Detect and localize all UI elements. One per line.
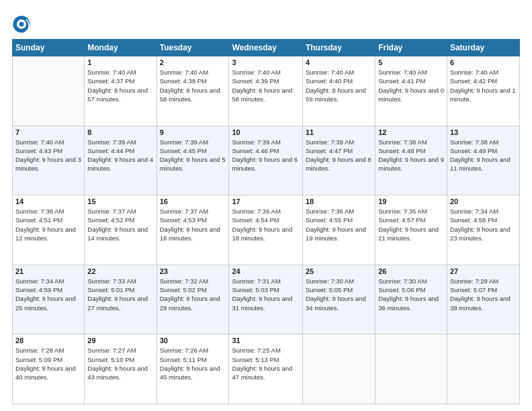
day-cell: 21Sunrise: 7:34 AMSunset: 4:59 PMDayligh… [13,265,85,334]
day-number: 15 [87,197,153,205]
day-number: 18 [306,197,372,205]
day-number: 20 [450,197,517,205]
day-number: 3 [232,58,299,66]
header [12,12,520,34]
day-info: Sunrise: 7:40 AMSunset: 4:38 PMDaylight:… [160,68,226,103]
day-number: 9 [160,128,226,136]
weekday-header-monday: Monday [85,40,157,56]
day-number: 29 [87,336,153,345]
weekday-header-wednesday: Wednesday [229,40,302,56]
day-info: Sunrise: 7:36 AMSunset: 4:55 PMDaylight:… [306,207,372,242]
day-number: 31 [232,336,299,345]
day-info: Sunrise: 7:39 AMSunset: 4:45 PMDaylight:… [160,138,226,173]
day-number: 4 [306,58,372,66]
day-info: Sunrise: 7:26 AMSunset: 5:11 PMDaylight:… [160,346,226,381]
day-number: 19 [378,197,444,205]
day-cell: 20Sunrise: 7:34 AMSunset: 4:58 PMDayligh… [447,195,519,265]
day-info: Sunrise: 7:31 AMSunset: 5:03 PMDaylight:… [232,277,299,312]
day-number: 24 [232,267,299,275]
day-cell: 6Sunrise: 7:40 AMSunset: 4:42 PMDaylight… [447,56,519,126]
day-cell: 25Sunrise: 7:30 AMSunset: 5:05 PMDayligh… [302,265,375,334]
svg-point-2 [19,22,24,27]
day-cell: 7Sunrise: 7:40 AMSunset: 4:43 PMDaylight… [13,126,85,195]
day-number: 2 [160,58,226,66]
page: SundayMondayTuesdayWednesdayThursdayFrid… [0,0,532,411]
day-cell: 15Sunrise: 7:37 AMSunset: 4:52 PMDayligh… [85,195,157,265]
day-info: Sunrise: 7:40 AMSunset: 4:42 PMDaylight:… [450,68,517,103]
day-number: 30 [160,336,226,345]
calendar-table: SundayMondayTuesdayWednesdayThursdayFrid… [12,39,520,404]
day-number: 25 [306,267,372,275]
day-cell: 23Sunrise: 7:32 AMSunset: 5:02 PMDayligh… [157,265,229,334]
day-info: Sunrise: 7:37 AMSunset: 4:53 PMDaylight:… [160,207,226,242]
day-cell: 14Sunrise: 7:38 AMSunset: 4:51 PMDayligh… [13,195,85,265]
day-cell: 4Sunrise: 7:40 AMSunset: 4:40 PMDaylight… [302,56,375,126]
day-info: Sunrise: 7:38 AMSunset: 4:51 PMDaylight:… [15,207,81,242]
day-cell: 29Sunrise: 7:27 AMSunset: 5:10 PMDayligh… [85,334,157,404]
day-cell [13,56,85,126]
day-number: 8 [87,128,153,136]
weekday-header-row: SundayMondayTuesdayWednesdayThursdayFrid… [13,40,520,56]
day-info: Sunrise: 7:40 AMSunset: 4:43 PMDaylight:… [15,138,81,173]
day-cell: 19Sunrise: 7:35 AMSunset: 4:57 PMDayligh… [375,195,447,265]
day-info: Sunrise: 7:27 AMSunset: 5:10 PMDaylight:… [87,346,153,381]
day-number: 27 [450,267,517,275]
day-cell: 30Sunrise: 7:26 AMSunset: 5:11 PMDayligh… [157,334,229,404]
day-cell: 5Sunrise: 7:40 AMSunset: 4:41 PMDaylight… [375,56,447,126]
day-number: 22 [87,267,153,275]
day-number: 10 [232,128,299,136]
day-cell: 31Sunrise: 7:25 AMSunset: 5:13 PMDayligh… [229,334,302,404]
day-info: Sunrise: 7:39 AMSunset: 4:46 PMDaylight:… [232,138,299,173]
weekday-header-friday: Friday [375,40,447,56]
day-cell: 16Sunrise: 7:37 AMSunset: 4:53 PMDayligh… [157,195,229,265]
day-info: Sunrise: 7:34 AMSunset: 4:58 PMDaylight:… [450,207,517,242]
day-number: 1 [87,58,153,66]
day-info: Sunrise: 7:40 AMSunset: 4:41 PMDaylight:… [378,68,444,103]
day-cell: 17Sunrise: 7:36 AMSunset: 4:54 PMDayligh… [229,195,302,265]
day-number: 14 [15,197,81,205]
day-number: 5 [378,58,444,66]
day-number: 28 [15,336,81,345]
day-cell: 2Sunrise: 7:40 AMSunset: 4:38 PMDaylight… [157,56,229,126]
weekday-header-thursday: Thursday [302,40,375,56]
day-cell [375,334,447,404]
day-cell: 3Sunrise: 7:40 AMSunset: 4:39 PMDaylight… [229,56,302,126]
day-number: 13 [450,128,517,136]
logo [12,15,34,34]
day-cell: 22Sunrise: 7:33 AMSunset: 5:01 PMDayligh… [85,265,157,334]
week-row-4: 21Sunrise: 7:34 AMSunset: 4:59 PMDayligh… [13,265,520,334]
day-info: Sunrise: 7:29 AMSunset: 5:07 PMDaylight:… [450,277,517,312]
day-info: Sunrise: 7:36 AMSunset: 4:54 PMDaylight:… [232,207,299,242]
day-number: 16 [160,197,226,205]
day-cell: 27Sunrise: 7:29 AMSunset: 5:07 PMDayligh… [447,265,519,334]
day-number: 21 [15,267,81,275]
day-cell [302,334,375,404]
day-cell: 12Sunrise: 7:38 AMSunset: 4:48 PMDayligh… [375,126,447,195]
day-info: Sunrise: 7:40 AMSunset: 4:40 PMDaylight:… [306,68,372,103]
logo-icon [12,15,31,34]
day-cell: 13Sunrise: 7:38 AMSunset: 4:49 PMDayligh… [447,126,519,195]
day-number: 26 [378,267,444,275]
weekday-header-tuesday: Tuesday [157,40,229,56]
day-cell: 1Sunrise: 7:40 AMSunset: 4:37 PMDaylight… [85,56,157,126]
week-row-5: 28Sunrise: 7:28 AMSunset: 5:09 PMDayligh… [13,334,520,404]
day-cell [447,334,519,404]
day-cell: 11Sunrise: 7:39 AMSunset: 4:47 PMDayligh… [302,126,375,195]
day-info: Sunrise: 7:40 AMSunset: 4:37 PMDaylight:… [87,68,153,103]
day-info: Sunrise: 7:38 AMSunset: 4:49 PMDaylight:… [450,138,517,173]
day-cell: 24Sunrise: 7:31 AMSunset: 5:03 PMDayligh… [229,265,302,334]
day-info: Sunrise: 7:30 AMSunset: 5:05 PMDaylight:… [306,277,372,312]
day-info: Sunrise: 7:38 AMSunset: 4:48 PMDaylight:… [378,138,444,173]
day-info: Sunrise: 7:33 AMSunset: 5:01 PMDaylight:… [87,277,153,312]
week-row-2: 7Sunrise: 7:40 AMSunset: 4:43 PMDaylight… [13,126,520,195]
day-number: 12 [378,128,444,136]
day-info: Sunrise: 7:35 AMSunset: 4:57 PMDaylight:… [378,207,444,242]
day-cell: 28Sunrise: 7:28 AMSunset: 5:09 PMDayligh… [13,334,85,404]
day-cell: 9Sunrise: 7:39 AMSunset: 4:45 PMDaylight… [157,126,229,195]
day-cell: 10Sunrise: 7:39 AMSunset: 4:46 PMDayligh… [229,126,302,195]
week-row-1: 1Sunrise: 7:40 AMSunset: 4:37 PMDaylight… [13,56,520,126]
weekday-header-sunday: Sunday [13,40,85,56]
day-number: 7 [15,128,81,136]
day-number: 23 [160,267,226,275]
day-cell: 8Sunrise: 7:39 AMSunset: 4:44 PMDaylight… [85,126,157,195]
